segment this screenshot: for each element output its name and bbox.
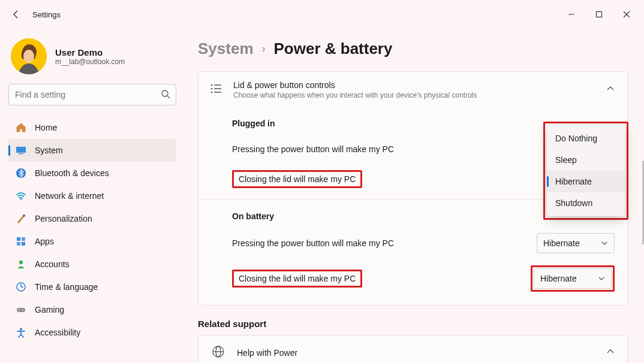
dropdown-option-sleep[interactable]: Sleep (547, 149, 625, 171)
svg-point-18 (19, 310, 20, 311)
row-label: Pressing the power button will make my P… (232, 238, 394, 248)
list-icon (209, 82, 222, 98)
breadcrumb: System › Power & battery (198, 40, 628, 58)
sidebar-item-network[interactable]: Network & internet (8, 184, 176, 207)
back-button[interactable] (4, 2, 29, 26)
svg-rect-11 (17, 237, 20, 241)
svg-point-20 (20, 328, 22, 331)
profile-block[interactable]: User Demo m__lab@outlook.com (11, 38, 176, 74)
svg-point-22 (211, 88, 213, 90)
window-controls (558, 2, 640, 26)
sidebar-item-label: Accessibility (35, 328, 80, 337)
sidebar-item-bluetooth[interactable]: Bluetooth & devices (8, 162, 176, 184)
sidebar-item-accessibility[interactable]: Accessibility (8, 321, 176, 344)
maximize-button[interactable] (585, 2, 613, 26)
chevron-down-icon (598, 275, 605, 282)
sidebar-item-label: Home (35, 123, 57, 132)
brush-icon (16, 213, 26, 224)
svg-point-4 (162, 90, 168, 96)
globe-clock-icon (16, 282, 26, 292)
sidebar-item-time[interactable]: Time & language (8, 276, 176, 298)
related-support-heading: Related support (198, 319, 628, 329)
svg-rect-14 (22, 242, 25, 246)
svg-rect-6 (16, 147, 26, 153)
battery-lid-select[interactable]: Hibernate (534, 268, 612, 289)
back-arrow-icon (11, 10, 21, 19)
battery-power-row: Pressing the power button will make my P… (198, 227, 628, 259)
search-icon (161, 89, 170, 101)
sidebar-item-accounts[interactable]: Accounts (8, 253, 176, 276)
breadcrumb-parent[interactable]: System (198, 40, 254, 58)
select-value: Hibernate (543, 238, 580, 248)
main-content: System › Power & battery Lid & power but… (185, 29, 644, 363)
bluetooth-icon (16, 168, 26, 179)
sidebar-item-personalization[interactable]: Personalization (8, 207, 176, 230)
row-label: Closing the lid will make my PC (239, 174, 356, 184)
help-with-power-card[interactable]: Help with Power (198, 335, 628, 363)
dropdown-option-shutdown[interactable]: Shutdown (547, 192, 625, 214)
sidebar-item-label: Bluetooth & devices (35, 168, 109, 178)
home-icon (16, 122, 26, 133)
sidebar-item-gaming[interactable]: Gaming (8, 298, 176, 321)
svg-point-21 (211, 84, 213, 86)
svg-rect-17 (17, 308, 25, 312)
dropdown-option-hibernate[interactable]: Hibernate (547, 171, 625, 192)
profile-name: User Demo (55, 47, 125, 58)
annotation-highlight: Hibernate (531, 265, 615, 292)
svg-line-5 (167, 96, 170, 98)
globe-icon (212, 345, 225, 361)
lid-action-dropdown: Do Nothing Sleep Hibernate Shutdown (547, 125, 625, 216)
window-title: Settings (32, 10, 61, 19)
sidebar-item-label: Apps (35, 237, 54, 246)
apps-icon (16, 236, 26, 247)
sidebar-item-label: Personalization (35, 214, 92, 223)
chevron-down-icon (606, 347, 615, 358)
system-icon (16, 145, 26, 156)
avatar (11, 38, 47, 74)
close-button[interactable] (613, 2, 640, 26)
minimize-button[interactable] (558, 2, 585, 26)
svg-point-15 (19, 261, 23, 264)
card-subtitle: Choose what happens when you interact wi… (233, 91, 477, 99)
sidebar-item-label: Gaming (35, 305, 64, 314)
battery-lid-row: Closing the lid will make my PC Hibernat… (198, 259, 628, 298)
page-title: Power & battery (274, 40, 393, 58)
sidebar-item-home[interactable]: Home (8, 116, 176, 139)
annotation-highlight: Do Nothing Sleep Hibernate Shutdown (543, 122, 628, 220)
sidebar-item-label: Time & language (35, 282, 98, 292)
svg-rect-1 (597, 12, 602, 17)
row-label: Closing the lid will make my PC (239, 274, 356, 283)
dropdown-option-do-nothing[interactable]: Do Nothing (547, 128, 625, 149)
sidebar: User Demo m__lab@outlook.com Home System… (0, 29, 185, 363)
svg-rect-7 (19, 153, 23, 155)
card-title: Lid & power button controls (233, 80, 477, 90)
annotation-highlight: Closing the lid will make my PC (232, 270, 362, 288)
sidebar-item-label: System (35, 146, 63, 155)
card-header[interactable]: Lid & power button controls Choose what … (198, 72, 628, 108)
help-card-label: Help with Power (237, 348, 297, 358)
select-value: Hibernate (540, 274, 577, 283)
svg-rect-12 (22, 237, 25, 241)
person-icon (16, 259, 26, 270)
sidebar-item-label: Network & internet (35, 191, 104, 201)
chevron-up-icon[interactable] (606, 84, 615, 95)
chevron-right-icon: › (262, 43, 266, 55)
sidebar-item-label: Accounts (35, 259, 70, 269)
sidebar-item-system[interactable]: System (8, 139, 176, 162)
svg-point-9 (20, 199, 22, 200)
svg-point-19 (22, 310, 23, 311)
svg-point-3 (23, 50, 34, 63)
nav-list: Home System Bluetooth & devices Network … (8, 116, 176, 344)
svg-point-23 (211, 92, 213, 93)
svg-rect-13 (17, 242, 20, 246)
titlebar: Settings (0, 0, 644, 29)
accessibility-icon (16, 327, 26, 338)
row-label: Pressing the power button will make my P… (232, 144, 394, 154)
battery-power-select[interactable]: Hibernate (537, 233, 615, 253)
annotation-highlight: Closing the lid will make my PC (232, 170, 362, 188)
wifi-icon (16, 190, 26, 201)
search-input[interactable] (8, 84, 176, 105)
sidebar-item-apps[interactable]: Apps (8, 230, 176, 253)
chevron-down-icon (601, 240, 608, 247)
search-field[interactable] (8, 84, 176, 105)
